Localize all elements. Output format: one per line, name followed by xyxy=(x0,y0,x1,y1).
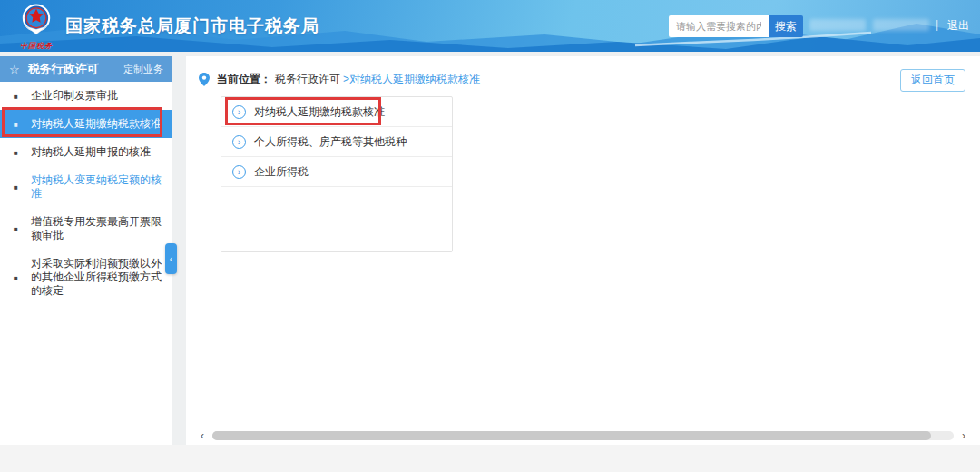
option-personal-income-property-other-taxes[interactable]: › 个人所得税、房产税等其他税种 xyxy=(221,127,452,157)
sidebar-item-label: 对纳税人变更纳税定额的核准 xyxy=(31,173,165,201)
tax-emblem-icon xyxy=(18,3,54,39)
option-label: 企业所得税 xyxy=(254,164,309,180)
sidebar-item-vat-invoice-limit-approval[interactable]: ■ 增值税专用发票最高开票限额审批 xyxy=(0,208,172,250)
bullet-icon: ■ xyxy=(14,181,18,194)
breadcrumb-label: 当前位置： xyxy=(217,72,271,87)
option-deferred-tax-payment-approval[interactable]: › 对纳税人延期缴纳税款核准 xyxy=(221,97,452,127)
bullet-icon: ■ xyxy=(14,89,18,103)
app-header: 中国税务 国家税务总局厦门市电子税务局 搜索 | 退出 xyxy=(0,0,980,52)
back-home-button[interactable]: 返回首页 xyxy=(900,69,965,92)
sidebar-item-label: 增值税专用发票最高开票限额审批 xyxy=(31,215,165,242)
sidebar-item-label: 对纳税人延期申报的核准 xyxy=(31,145,151,159)
circle-arrow-icon: › xyxy=(232,135,246,149)
redacted-account xyxy=(873,19,929,31)
logout-link[interactable]: 退出 xyxy=(947,0,969,52)
bullet-icon: ■ xyxy=(14,117,18,131)
header-search: 搜索 xyxy=(669,15,803,37)
option-label: 对纳税人延期缴纳税款核准 xyxy=(254,104,385,120)
sidebar-collapse-handle[interactable]: ‹ xyxy=(165,243,177,274)
star-icon: ☆ xyxy=(9,63,20,76)
search-button[interactable]: 搜索 xyxy=(769,15,803,37)
sidebar-item-label: 企业印制发票审批 xyxy=(31,89,118,103)
circle-arrow-icon: › xyxy=(232,105,246,119)
scrollbar-track[interactable] xyxy=(212,431,954,440)
location-pin-icon xyxy=(199,73,210,86)
logo-caption: 中国税务 xyxy=(13,41,60,51)
breadcrumb-current-link[interactable]: >对纳税人延期缴纳税款核准 xyxy=(343,72,480,87)
sidebar-header-tax-admin-permit[interactable]: ☆ 税务行政许可 定制业务 xyxy=(0,56,172,82)
redacted-username xyxy=(809,19,866,31)
sidebar-item-other-prepayment-method-determination[interactable]: ■ 对采取实际利润额预缴以外的其他企业所得税预缴方式的核定 xyxy=(0,250,172,305)
option-corporate-income-tax[interactable]: › 企业所得税 xyxy=(221,157,452,187)
circle-arrow-icon: › xyxy=(232,165,246,179)
sidebar-item-label: 对纳税人延期缴纳税款核准 xyxy=(31,117,162,131)
sidebar-item-label: 对采取实际利润额预缴以外的其他企业所得税预缴方式的核定 xyxy=(31,257,165,298)
bullet-icon: ■ xyxy=(14,270,18,284)
breadcrumb: 当前位置： 税务行政许可 >对纳税人延期缴纳税款核准 xyxy=(199,72,480,87)
sidebar-header-title: 税务行政许可 xyxy=(28,61,99,77)
sidebar: ☆ 税务行政许可 定制业务 ■ 企业印制发票审批 ■ 对纳税人延期缴纳税款核准 … xyxy=(0,56,172,445)
scroll-right-arrow[interactable]: › xyxy=(958,430,969,441)
site-title: 国家税务总局厦门市电子税务局 xyxy=(65,0,319,52)
bullet-icon: ■ xyxy=(14,222,18,236)
chevron-left-icon: ‹ xyxy=(170,254,172,264)
header-divider: | xyxy=(936,0,938,52)
bullet-icon: ■ xyxy=(14,145,18,159)
scrollbar-thumb[interactable] xyxy=(212,431,931,440)
breadcrumb-root: 税务行政许可 xyxy=(275,72,340,87)
sidebar-item-invoice-printing-approval[interactable]: ■ 企业印制发票审批 xyxy=(0,82,172,110)
scroll-left-arrow[interactable]: ‹ xyxy=(197,430,208,441)
option-list-box: › 对纳税人延期缴纳税款核准 › 个人所得税、房产税等其他税种 › 企业所得税 xyxy=(220,96,453,252)
main-panel: 当前位置： 税务行政许可 >对纳税人延期缴纳税款核准 返回首页 › 对纳税人延期… xyxy=(186,56,980,445)
horizontal-scrollbar: ‹ › xyxy=(197,430,969,441)
search-input[interactable] xyxy=(669,15,769,37)
sidebar-item-deferred-tax-payment-approval[interactable]: ■ 对纳税人延期缴纳税款核准 xyxy=(0,110,172,138)
tax-bureau-logo[interactable]: 中国税务 xyxy=(13,3,60,50)
sidebar-item-tax-quota-change-approval[interactable]: ■ 对纳税人变更纳税定额的核准 xyxy=(0,166,172,208)
option-label: 个人所得税、房产税等其他税种 xyxy=(254,134,407,150)
custom-business-tab[interactable]: 定制业务 xyxy=(123,63,163,76)
sidebar-item-deferred-filing-approval[interactable]: ■ 对纳税人延期申报的核准 xyxy=(0,138,172,166)
footer-strip xyxy=(0,445,980,472)
